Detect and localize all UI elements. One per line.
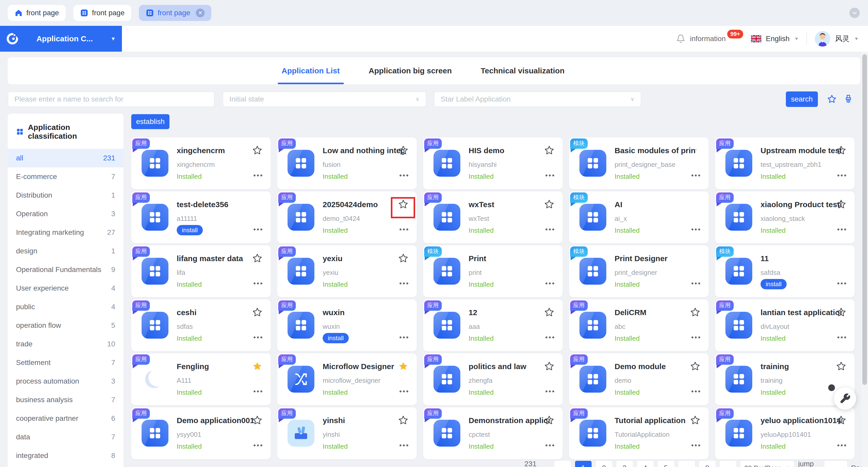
favorite-star-button[interactable] <box>836 361 846 371</box>
bell-icon[interactable] <box>676 34 685 43</box>
page-button-5[interactable]: 5 <box>658 461 674 467</box>
more-actions-button[interactable]: ••• <box>253 334 264 341</box>
sidebar-item-e-commerce[interactable]: E-commerce7 <box>8 167 123 186</box>
favorite-star-button[interactable] <box>544 145 554 155</box>
more-actions-button[interactable]: ••• <box>691 387 702 396</box>
username[interactable]: 风灵 <box>835 34 849 44</box>
more-actions-button[interactable]: ••• <box>837 441 847 449</box>
favorite-star-button[interactable] <box>544 307 554 317</box>
page-button-1[interactable]: 1 <box>575 461 592 467</box>
sidebar-item-user-experience[interactable]: User experience4 <box>8 279 123 298</box>
establish-button[interactable]: establish <box>131 114 169 129</box>
favorite-star-button[interactable] <box>398 145 408 155</box>
sidebar-item-settlement[interactable]: Settlement7 <box>8 353 123 372</box>
favorite-star-button[interactable] <box>252 307 262 317</box>
toolbox-floating-button[interactable] <box>834 387 856 410</box>
page-button-2[interactable]: 2 <box>596 461 612 467</box>
favorite-star-button[interactable] <box>690 361 700 371</box>
scrollbar-thumb[interactable] <box>862 54 867 385</box>
app-card-12[interactable]: 应用12aaaInstalled••• <box>423 299 563 351</box>
favorite-star-button[interactable] <box>398 415 408 426</box>
more-actions-button[interactable]: ••• <box>253 172 264 180</box>
jump-to-input[interactable] <box>824 461 847 467</box>
sidebar-item-business-analysis[interactable]: business analysis7 <box>8 391 123 409</box>
app-card-wuxin[interactable]: 应用wuxinwuxininstall••• <box>277 299 417 351</box>
sidebar-item-internationalization[interactable]: Internationalization1 <box>8 465 123 467</box>
app-card-delicrm[interactable]: 应用DeliCRMabcInstalled••• <box>569 299 709 351</box>
app-card-xingchencrm[interactable]: 应用xingchencrmxingchencrmInstalled••• <box>131 137 271 189</box>
sidebar-item-data[interactable]: data7 <box>8 428 123 446</box>
more-actions-button[interactable]: ••• <box>545 387 555 396</box>
favorite-star-button[interactable] <box>544 361 554 371</box>
more-actions-button[interactable]: ••• <box>691 334 702 341</box>
app-card-20250424demo[interactable]: 应用20250424demodemo_t0424Installed••• <box>277 191 417 243</box>
more-actions-button[interactable]: ••• <box>545 172 555 180</box>
more-actions-button[interactable]: ••• <box>399 279 409 287</box>
app-card-demonstration-applicat-[interactable]: 应用Demonstration applicat...cpctestInstal… <box>423 407 563 459</box>
clear-brush-icon[interactable] <box>843 94 854 104</box>
favorite-star-button[interactable] <box>836 415 846 426</box>
app-card-microflow-designer[interactable]: 应用Microflow Designermicroflow_designerIn… <box>277 353 417 405</box>
star-label-select[interactable]: Star Label Application ∨ <box>434 91 641 107</box>
favorite-star-button[interactable] <box>690 307 700 317</box>
collapse-tabs-button[interactable] <box>849 8 860 18</box>
sidebar-item-design[interactable]: design1 <box>8 242 123 260</box>
page-button-dotsdotsdots[interactable]: ••• <box>678 461 695 467</box>
more-actions-button[interactable]: ••• <box>253 225 264 234</box>
more-actions-button[interactable]: ••• <box>691 279 702 287</box>
app-card-fengling[interactable]: 应用FenglingA111Installed••• <box>131 353 271 405</box>
more-actions-button[interactable]: ••• <box>399 334 409 341</box>
more-actions-button[interactable]: ••• <box>253 387 264 396</box>
more-actions-button[interactable]: ••• <box>545 279 555 287</box>
initial-state-select[interactable]: Initial state ∨ <box>223 91 426 107</box>
language-selector[interactable]: English <box>766 35 790 43</box>
sidebar-item-integrated[interactable]: integrated8 <box>8 446 123 465</box>
more-actions-button[interactable]: ••• <box>253 441 264 449</box>
nav-tab-application-big-screen[interactable]: Application big screen <box>369 57 452 84</box>
favorite-star-button[interactable] <box>252 361 262 371</box>
favorite-star-button[interactable] <box>398 253 408 263</box>
more-actions-button[interactable]: ••• <box>545 441 555 449</box>
app-card-xiaolong-product-testing[interactable]: 应用xiaolong Product testingxiaolong_stack… <box>715 191 855 243</box>
more-actions-button[interactable]: ••• <box>545 225 555 234</box>
app-card-low-and-nothing-integr-[interactable]: 应用Low and nothing integr...fusionInstall… <box>277 137 417 189</box>
search-input[interactable]: Please enter a name to search for <box>8 91 214 107</box>
nav-tab-technical-visualization[interactable]: Technical visualization <box>481 57 565 84</box>
next-page-button[interactable]: › <box>720 461 736 467</box>
sidebar-item-integrating-marketing[interactable]: Integrating marketing27 <box>8 223 123 242</box>
brand-area[interactable]: Application C... ▼ <box>0 26 122 52</box>
sidebar-item-operational-fundamentals[interactable]: Operational Fundamentals9 <box>8 260 123 279</box>
favorite-star-button[interactable] <box>252 145 262 155</box>
app-card-his-demo[interactable]: 应用HIS demohisyanshiInstalled••• <box>423 137 563 189</box>
app-card-yexiu[interactable]: 应用yexiuyexiuInstalled••• <box>277 245 417 297</box>
information-link[interactable]: information <box>690 35 726 43</box>
more-actions-button[interactable]: ••• <box>545 334 555 341</box>
page-button-4[interactable]: 4 <box>637 461 654 467</box>
close-icon[interactable]: ✕ <box>196 8 205 17</box>
browser-tab-0[interactable]: front page <box>8 5 66 21</box>
app-card-print-designer[interactable]: 模块Print Designerprint_designerInstalled•… <box>569 245 709 297</box>
sidebar-item-cooperative-partner[interactable]: cooperative partner6 <box>8 409 123 428</box>
install-button[interactable]: install <box>177 225 203 235</box>
sidebar-item-operation[interactable]: Operation3 <box>8 205 123 223</box>
favorite-star-button[interactable] <box>836 307 846 317</box>
app-card-wxtest[interactable]: 应用wxTestwxTestInstalled••• <box>423 191 563 243</box>
more-actions-button[interactable]: ••• <box>691 441 702 449</box>
browser-tab-2[interactable]: front page✕ <box>139 5 211 21</box>
app-card-demo-module[interactable]: 应用Demo moduledemoInstalled••• <box>569 353 709 405</box>
app-card-politics-and-law[interactable]: 应用politics and lawzhengfaInstalled••• <box>423 353 563 405</box>
page-button-8[interactable]: 8 <box>699 461 716 467</box>
more-actions-button[interactable]: ••• <box>691 225 702 234</box>
favorite-star-button[interactable] <box>252 253 262 263</box>
sidebar-item-process-automation[interactable]: process automation3 <box>8 372 123 391</box>
app-card-lantian-test-application[interactable]: 应用lantian test applicationdivLayoutInsta… <box>715 299 855 351</box>
prev-page-button[interactable]: ‹ <box>554 461 571 467</box>
more-actions-button[interactable]: ••• <box>253 279 264 287</box>
favorite-star-button[interactable] <box>836 199 846 210</box>
sidebar-item-all[interactable]: all231 <box>8 149 123 167</box>
app-card-ai[interactable]: 模块AIai_xInstalled••• <box>569 191 709 243</box>
sidebar-item-public[interactable]: public4 <box>8 298 123 316</box>
favorite-star-button[interactable] <box>544 415 554 426</box>
user-avatar[interactable] <box>815 31 830 46</box>
app-card-test-delete356[interactable]: 应用test-delete356a11111install••• <box>131 191 271 243</box>
